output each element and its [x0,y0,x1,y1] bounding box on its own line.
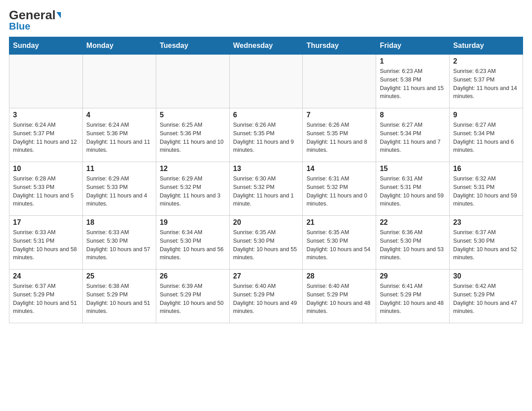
day-number: 23 [453,218,519,227]
calendar-cell: 18Sunrise: 6:33 AM Sunset: 5:30 PM Dayli… [82,216,156,270]
calendar-cell: 6Sunrise: 6:26 AM Sunset: 5:35 PM Daylig… [229,108,303,162]
calendar-cell: 28Sunrise: 6:40 AM Sunset: 5:29 PM Dayli… [303,270,376,323]
weekday-header-tuesday: Tuesday [156,37,229,55]
calendar-cell: 14Sunrise: 6:31 AM Sunset: 5:32 PM Dayli… [303,162,376,216]
day-number: 6 [233,111,299,119]
day-number: 22 [380,218,446,227]
day-number: 15 [380,165,446,173]
calendar-cell: 25Sunrise: 6:38 AM Sunset: 5:29 PM Dayli… [82,270,156,323]
weekday-header-row: SundayMondayTuesdayWednesdayThursdayFrid… [9,37,523,55]
day-info: Sunrise: 6:26 AM Sunset: 5:35 PM Dayligh… [306,121,372,154]
calendar-cell [9,55,83,108]
day-number: 27 [233,272,299,280]
day-info: Sunrise: 6:30 AM Sunset: 5:32 PM Dayligh… [233,175,299,208]
calendar-cell [82,55,156,108]
day-info: Sunrise: 6:35 AM Sunset: 5:30 PM Dayligh… [306,228,372,262]
day-number: 28 [306,272,372,280]
day-info: Sunrise: 6:40 AM Sunset: 5:29 PM Dayligh… [233,282,299,316]
day-number: 10 [13,165,79,173]
logo-general: General [9,9,56,21]
day-info: Sunrise: 6:32 AM Sunset: 5:31 PM Dayligh… [453,175,519,208]
day-number: 14 [306,165,372,173]
day-info: Sunrise: 6:26 AM Sunset: 5:35 PM Dayligh… [233,121,299,154]
day-number: 9 [453,111,519,119]
day-info: Sunrise: 6:29 AM Sunset: 5:33 PM Dayligh… [86,175,152,208]
calendar-week-row: 3Sunrise: 6:24 AM Sunset: 5:37 PM Daylig… [9,108,523,162]
calendar-cell: 26Sunrise: 6:39 AM Sunset: 5:29 PM Dayli… [156,270,229,323]
calendar-week-row: 10Sunrise: 6:28 AM Sunset: 5:33 PM Dayli… [9,162,523,216]
day-number: 26 [160,272,226,280]
day-info: Sunrise: 6:36 AM Sunset: 5:30 PM Dayligh… [380,228,446,262]
calendar-cell: 5Sunrise: 6:25 AM Sunset: 5:36 PM Daylig… [156,108,229,162]
day-info: Sunrise: 6:35 AM Sunset: 5:30 PM Dayligh… [233,228,299,262]
calendar-cell: 22Sunrise: 6:36 AM Sunset: 5:30 PM Dayli… [376,216,450,270]
day-number: 18 [86,218,152,227]
calendar-cell [229,55,303,108]
day-number: 7 [306,111,372,119]
day-number: 1 [380,57,446,65]
calendar-cell: 17Sunrise: 6:33 AM Sunset: 5:31 PM Dayli… [9,216,83,270]
day-info: Sunrise: 6:29 AM Sunset: 5:32 PM Dayligh… [160,175,226,208]
day-info: Sunrise: 6:23 AM Sunset: 5:38 PM Dayligh… [380,67,446,101]
weekday-header-saturday: Saturday [450,37,523,55]
calendar-week-row: 1Sunrise: 6:23 AM Sunset: 5:38 PM Daylig… [9,55,523,108]
day-info: Sunrise: 6:37 AM Sunset: 5:29 PM Dayligh… [13,282,79,316]
calendar-week-row: 24Sunrise: 6:37 AM Sunset: 5:29 PM Dayli… [9,270,523,323]
page-header: General Blue [9,9,523,32]
day-number: 4 [86,111,152,119]
day-number: 16 [453,165,519,173]
day-number: 25 [86,272,152,280]
day-info: Sunrise: 6:33 AM Sunset: 5:31 PM Dayligh… [13,228,79,262]
day-number: 13 [233,165,299,173]
day-info: Sunrise: 6:23 AM Sunset: 5:37 PM Dayligh… [453,67,519,101]
day-number: 11 [86,165,152,173]
logo-triangle-icon [56,12,61,18]
calendar-cell: 10Sunrise: 6:28 AM Sunset: 5:33 PM Dayli… [9,162,83,216]
day-number: 19 [160,218,226,227]
calendar-cell: 15Sunrise: 6:31 AM Sunset: 5:31 PM Dayli… [376,162,450,216]
calendar-cell [303,55,376,108]
calendar-cell: 30Sunrise: 6:42 AM Sunset: 5:29 PM Dayli… [450,270,523,323]
weekday-header-monday: Monday [82,37,156,55]
calendar-cell: 9Sunrise: 6:27 AM Sunset: 5:34 PM Daylig… [450,108,523,162]
day-info: Sunrise: 6:39 AM Sunset: 5:29 PM Dayligh… [160,282,226,316]
calendar-cell: 16Sunrise: 6:32 AM Sunset: 5:31 PM Dayli… [450,162,523,216]
day-info: Sunrise: 6:41 AM Sunset: 5:29 PM Dayligh… [380,282,446,316]
day-info: Sunrise: 6:33 AM Sunset: 5:30 PM Dayligh… [86,228,152,262]
calendar-cell: 27Sunrise: 6:40 AM Sunset: 5:29 PM Dayli… [229,270,303,323]
logo-blue: Blue [9,21,30,32]
day-number: 12 [160,165,226,173]
day-info: Sunrise: 6:24 AM Sunset: 5:36 PM Dayligh… [86,121,152,154]
calendar-cell: 19Sunrise: 6:34 AM Sunset: 5:30 PM Dayli… [156,216,229,270]
day-number: 3 [13,111,79,119]
calendar-cell: 29Sunrise: 6:41 AM Sunset: 5:29 PM Dayli… [376,270,450,323]
calendar-cell: 21Sunrise: 6:35 AM Sunset: 5:30 PM Dayli… [303,216,376,270]
day-number: 24 [13,272,79,280]
calendar-cell: 2Sunrise: 6:23 AM Sunset: 5:37 PM Daylig… [450,55,523,108]
weekday-header-wednesday: Wednesday [229,37,303,55]
calendar-cell: 20Sunrise: 6:35 AM Sunset: 5:30 PM Dayli… [229,216,303,270]
day-info: Sunrise: 6:37 AM Sunset: 5:30 PM Dayligh… [453,228,519,262]
calendar-table: SundayMondayTuesdayWednesdayThursdayFrid… [9,37,523,323]
day-number: 29 [380,272,446,280]
calendar-cell: 8Sunrise: 6:27 AM Sunset: 5:34 PM Daylig… [376,108,450,162]
day-info: Sunrise: 6:31 AM Sunset: 5:31 PM Dayligh… [380,175,446,208]
calendar-cell: 4Sunrise: 6:24 AM Sunset: 5:36 PM Daylig… [82,108,156,162]
weekday-header-thursday: Thursday [303,37,376,55]
day-number: 21 [306,218,372,227]
calendar-cell: 11Sunrise: 6:29 AM Sunset: 5:33 PM Dayli… [82,162,156,216]
logo: General Blue [9,9,61,32]
day-info: Sunrise: 6:31 AM Sunset: 5:32 PM Dayligh… [306,175,372,208]
day-number: 2 [453,57,519,65]
calendar-cell: 24Sunrise: 6:37 AM Sunset: 5:29 PM Dayli… [9,270,83,323]
day-info: Sunrise: 6:42 AM Sunset: 5:29 PM Dayligh… [453,282,519,316]
calendar-cell [156,55,229,108]
day-number: 30 [453,272,519,280]
day-info: Sunrise: 6:27 AM Sunset: 5:34 PM Dayligh… [453,121,519,154]
day-number: 17 [13,218,79,227]
day-info: Sunrise: 6:28 AM Sunset: 5:33 PM Dayligh… [13,175,79,208]
day-number: 20 [233,218,299,227]
calendar-cell: 7Sunrise: 6:26 AM Sunset: 5:35 PM Daylig… [303,108,376,162]
calendar-cell: 3Sunrise: 6:24 AM Sunset: 5:37 PM Daylig… [9,108,83,162]
weekday-header-friday: Friday [376,37,450,55]
